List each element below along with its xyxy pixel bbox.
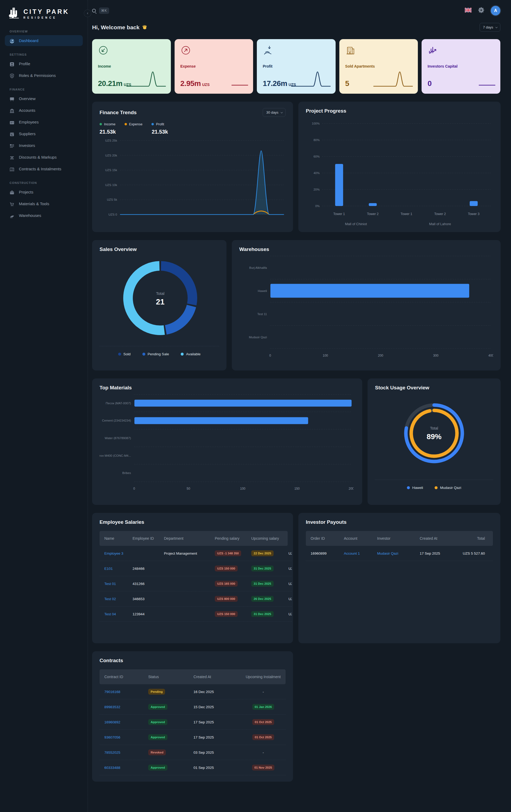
svg-text:100%: 100% — [312, 122, 320, 125]
status-badge: 01 Oct 2025 — [252, 719, 274, 725]
svg-text:300: 300 — [433, 354, 438, 357]
warehouses-chart: Burj AlkhalifaHaweliTest 11Mudasir Qazi0… — [239, 255, 493, 364]
contract-link[interactable]: 79016168 — [100, 690, 143, 694]
employee-link[interactable]: Test 01 — [100, 582, 128, 586]
sidebar-item-dashboard[interactable]: Dashboard — [5, 35, 83, 46]
status-badge: Pending — [148, 689, 165, 695]
sidebar-item-label: Profile — [19, 61, 30, 66]
svg-text:21: 21 — [156, 297, 165, 306]
sidebar-item-employees[interactable]: Employees — [5, 117, 83, 127]
svg-text:100: 100 — [322, 354, 328, 357]
trowel-icon — [9, 213, 15, 219]
svg-text:UZS 5k: UZS 5k — [107, 198, 117, 201]
table-row[interactable]: 16960892Approved17 Sep 202501 Oct 2025 — [100, 715, 286, 730]
contract-link[interactable]: 89983532 — [100, 705, 143, 709]
briefcase-icon — [9, 189, 15, 195]
sales-overview-legend: SoldPending SaleAvailable — [100, 352, 219, 356]
table-row[interactable]: Test 02346653UZS 800 00026 Dec 2025UZ — [100, 591, 292, 607]
stat-card-sparkline — [291, 70, 331, 88]
stat-cards-row: Income20.21mUZSExpense2.95mUZSProfit17.2… — [92, 39, 500, 94]
profit-total: 21.53k — [152, 129, 168, 135]
svg-text:UZS 10k: UZS 10k — [105, 183, 117, 186]
legend-item[interactable]: Available — [181, 352, 201, 356]
contracts-table: Contract IDStatusCreated AtUpcoming Inst… — [100, 669, 286, 775]
contract-link[interactable]: 93607056 — [100, 735, 143, 740]
sidebar-item-accounts[interactable]: Accounts — [5, 105, 83, 116]
stat-card-sparkline — [208, 70, 248, 88]
employee-link[interactable]: E101 — [100, 567, 128, 571]
sidebar-item-overview[interactable]: Overview — [5, 93, 83, 104]
legend-item[interactable]: Profit — [151, 122, 164, 126]
employee-salaries-title: Employee Salaries — [100, 519, 286, 525]
project-progress-chart: 0%20%40%60%80%100%Tower 1Tower 2Tower 1T… — [306, 116, 493, 228]
legend-item[interactable]: Income — [100, 122, 115, 126]
table-row[interactable]: Employee 3Project ManagementUZS -1 348 3… — [100, 546, 292, 561]
employee-link[interactable]: Employee 3 — [100, 551, 128, 555]
table-row[interactable]: Test 04123944UZS 150 00031 Dec 2025UZ — [100, 607, 292, 622]
employee-link[interactable]: Test 02 — [100, 597, 128, 601]
sidebar-item-discounts-markups[interactable]: Discounts & Markups — [5, 152, 83, 163]
table-row[interactable]: 60333488Approved01 Sep 202501 Nov 2025 — [100, 760, 286, 775]
hand-receive-icon — [263, 45, 330, 57]
stat-card-label: Investors Capital — [427, 64, 494, 68]
sidebar-item-materials-tools[interactable]: Materials & Tools — [5, 198, 83, 209]
svg-text:60%: 60% — [314, 155, 320, 158]
contract-link[interactable]: 60333488 — [100, 766, 143, 770]
language-flag-icon[interactable] — [465, 8, 472, 13]
finance-trends-title: Finance Trends — [100, 110, 137, 116]
svg-text:Песок (MAT-0007): Песок (MAT-0007) — [106, 402, 131, 405]
legend-item[interactable]: Mudasir Qazi — [435, 486, 461, 490]
status-badge: 22 Dec 2025 — [251, 550, 274, 556]
legend-item[interactable]: Expense — [124, 122, 143, 126]
h-bar — [134, 417, 308, 424]
employee-link[interactable]: Test 04 — [100, 612, 128, 616]
user-icon — [9, 61, 15, 67]
svg-text:Water (876789087): Water (876789087) — [105, 436, 131, 440]
sidebar-item-roles-permissions[interactable]: Roles & Permissions — [5, 70, 83, 81]
finance-summary-values: 21.53k21.53k — [100, 129, 286, 137]
investor-payouts-title: Investor Payouts — [306, 519, 493, 525]
sidebar-item-warehouses[interactable]: Warehouses — [5, 210, 83, 221]
app-logo[interactable]: CITY PARK RESIDENCE — [0, 0, 88, 23]
table-row[interactable]: 93607056Approved17 Sep 202501 Oct 2025 — [100, 730, 286, 745]
settings-gear-icon[interactable] — [478, 7, 484, 14]
sidebar-item-label: Suppliers — [19, 132, 36, 136]
table-row[interactable]: Test 01431266UZS 165 00031 Dec 2025UZ — [100, 576, 292, 591]
table-row[interactable]: 16960899Account 1Mudasir Qazi17 Sep 2025… — [306, 546, 493, 561]
contract-link[interactable]: 78552025 — [100, 751, 143, 755]
search-button[interactable]: ⌘K — [92, 7, 109, 14]
sidebar-collapse-button[interactable]: ‹ — [84, 9, 91, 17]
sidebar-item-projects[interactable]: Projects — [5, 186, 83, 198]
sidebar-item-contracts-instalments[interactable]: Contracts & Instalments — [5, 164, 83, 174]
project-progress-title: Project Progress — [306, 108, 493, 114]
sidebar-item-suppliers[interactable]: Suppliers — [5, 128, 83, 139]
table-row[interactable]: 89983532Approved15 Dec 202501 Jan 2026 — [100, 699, 286, 715]
finance-range-selector[interactable]: 30 days — [263, 108, 286, 117]
legend-item[interactable]: Sold — [118, 352, 131, 356]
legend-item[interactable]: Pending Sale — [142, 352, 169, 356]
table-row[interactable]: 79016168Pending16 Dec 2025- — [100, 684, 286, 699]
avatar[interactable]: A — [491, 6, 500, 16]
account-link[interactable]: Account 1 — [339, 551, 372, 555]
page-greeting: Hi, Welcome back — [92, 24, 148, 31]
status-badge: UZS -1 348 350 — [215, 550, 241, 556]
progress-bar — [470, 201, 478, 206]
sidebar-item-profile[interactable]: Profile — [5, 58, 83, 69]
svg-text:Burj Alkhalifa: Burj Alkhalifa — [249, 266, 267, 269]
investor-link[interactable]: Mudasir Qazi — [372, 551, 415, 555]
sidebar-item-label: Projects — [19, 190, 33, 194]
range-selector[interactable]: 7 days — [480, 23, 500, 32]
top-materials-panel: Top Materials Песок (MAT-0007)Cement (23… — [92, 378, 362, 505]
table-row[interactable]: 78552025Revoked03 Sep 2025- — [100, 745, 286, 760]
investor-payouts-table: Order IDAccountInvestorCreated AtTotal16… — [306, 531, 493, 561]
svg-text:Tower 1: Tower 1 — [333, 212, 345, 216]
stat-card-label: Sold Apartments — [345, 64, 412, 68]
status-badge: 31 Dec 2025 — [251, 611, 274, 617]
table-row[interactable]: E101248466UZS 150 00031 Dec 2025UZ — [100, 561, 292, 576]
sidebar-item-investors[interactable]: Investors — [5, 140, 83, 151]
stat-card-value: 5 — [345, 79, 349, 88]
stock-usage-title: Stock Usage Overview — [375, 385, 493, 391]
contract-link[interactable]: 16960892 — [100, 720, 143, 724]
legend-item[interactable]: Haweli — [407, 486, 423, 490]
progress-bar — [335, 164, 343, 206]
